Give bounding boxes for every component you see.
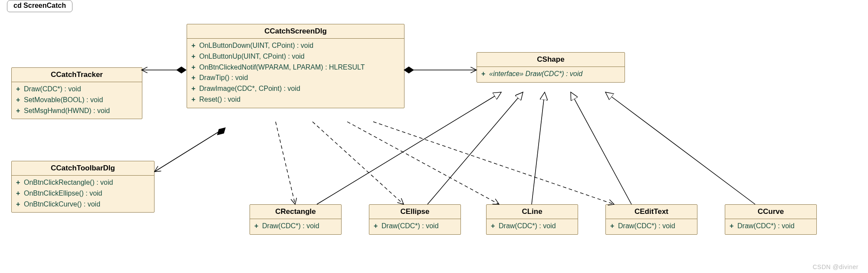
diagram-title-tab: cd ScreenCatch	[7, 0, 72, 12]
generalization-cline	[532, 92, 545, 204]
operation: +Draw(CDC*) : void	[374, 221, 456, 232]
svg-line-2	[155, 130, 221, 172]
class-title: CEditText	[606, 205, 697, 219]
operation: +OnBtnClickEllipse() : void	[16, 188, 150, 199]
dependency-to-cellipse	[312, 122, 404, 204]
class-title: CCatchScreenDlg	[187, 24, 404, 39]
dependency-to-cedittext	[373, 122, 614, 204]
generalization-crectangle	[317, 92, 501, 204]
class-title: CCurve	[725, 205, 816, 219]
class-ops: +Draw(CDC*) : void	[725, 219, 816, 234]
class-title: CCatchTracker	[12, 68, 142, 82]
class-title: CLine	[487, 205, 578, 219]
class-cedittext: CEditText +Draw(CDC*) : void	[605, 204, 697, 235]
class-ccatchtoolbardlg: CCatchToolbarDlg +OnBtnClickRectangle() …	[11, 161, 155, 213]
operation: +DrawImage(CDC*, CPoint) : void	[191, 83, 400, 94]
class-ops: +OnLButtonDown(UINT, CPoint) : void +OnL…	[187, 39, 404, 108]
operation: +Draw(CDC*) : void	[16, 84, 138, 95]
operation: +OnBtnClickRectangle() : void	[16, 177, 150, 188]
class-cline: CLine +Draw(CDC*) : void	[486, 204, 578, 235]
dependency-to-cline	[347, 122, 499, 204]
class-ops: +Draw(CDC*) : void	[250, 219, 341, 234]
operation: +OnBtnClickCurve() : void	[16, 199, 150, 210]
operation: +SetMsgHwnd(HWND) : void	[16, 106, 138, 117]
operation: +OnLButtonDown(UINT, CPoint) : void	[191, 40, 400, 51]
operation: +SetMovable(BOOL) : void	[16, 95, 138, 106]
class-ops: +OnBtnClickRectangle() : void +OnBtnClic…	[12, 176, 154, 212]
operation: +Reset() : void	[191, 94, 400, 105]
class-title: CCatchToolbarDlg	[12, 161, 154, 176]
class-cshape: CShape +«interface» Draw(CDC*) : void	[477, 52, 625, 83]
operation: +Draw(CDC*) : void	[491, 221, 573, 232]
uml-canvas: cd ScreenCatch CCatchTracker +Draw(CDC*)…	[0, 0, 868, 273]
composition-to-ccatchtoolbardlg	[155, 127, 226, 172]
class-ops: +Draw(CDC*) : void +SetMovable(BOOL) : v…	[12, 82, 142, 119]
watermark: CSDN @diviner	[812, 263, 858, 270]
generalization-ccurve	[605, 92, 755, 204]
dependency-to-crectangle	[276, 122, 295, 204]
class-ops: +Draw(CDC*) : void	[606, 219, 697, 234]
diagram-title: cd ScreenCatch	[13, 2, 66, 9]
composition-to-ccatchtracker	[141, 67, 187, 73]
operation: +Draw(CDC*) : void	[254, 221, 337, 232]
operation: +DrawTip() : void	[191, 73, 400, 83]
operation: +Draw(CDC*) : void	[610, 221, 693, 232]
class-cellipse: CEllipse +Draw(CDC*) : void	[369, 204, 461, 235]
operation: +«interface» Draw(CDC*) : void	[481, 69, 620, 80]
class-title: CEllipse	[369, 205, 460, 219]
class-ccatchscreendlg: CCatchScreenDlg +OnLButtonDown(UINT, CPo…	[187, 24, 404, 108]
class-crectangle: CRectangle +Draw(CDC*) : void	[250, 204, 342, 235]
class-ops: +Draw(CDC*) : void	[487, 219, 578, 234]
class-ccatchtracker: CCatchTracker +Draw(CDC*) : void +SetMov…	[11, 67, 142, 119]
class-ops: +Draw(CDC*) : void	[369, 219, 460, 234]
class-title: CShape	[477, 53, 625, 67]
operation: +Draw(CDC*) : void	[730, 221, 812, 232]
operation: +OnLButtonUp(UINT, CPoint) : void	[191, 51, 400, 62]
generalization-cedittext	[571, 92, 631, 204]
generalization-cellipse	[427, 92, 523, 204]
class-ccurve: CCurve +Draw(CDC*) : void	[725, 204, 817, 235]
composition-to-cshape	[404, 67, 477, 73]
operation: +OnBtnClickedNotif(WPARAM, LPARAM) : HLR…	[191, 62, 400, 73]
class-title: CRectangle	[250, 205, 341, 219]
class-ops: +«interface» Draw(CDC*) : void	[477, 67, 625, 82]
